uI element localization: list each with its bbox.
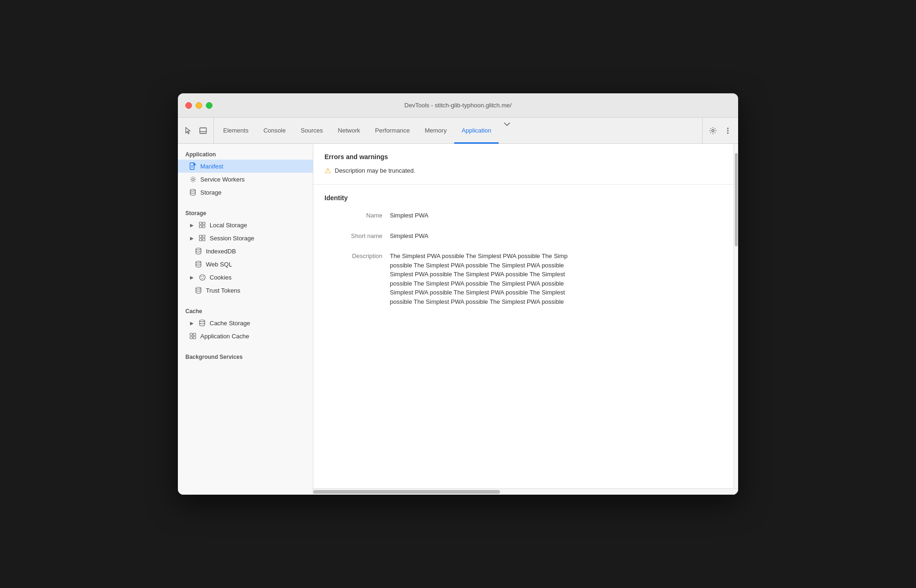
svg-point-22 bbox=[201, 276, 202, 277]
sidebar-item-manifest[interactable]: Manifest bbox=[178, 160, 313, 173]
svg-point-4 bbox=[727, 130, 729, 131]
tab-memory[interactable]: Memory bbox=[417, 118, 454, 144]
identity-title: Identity bbox=[324, 194, 722, 202]
svg-point-24 bbox=[202, 278, 203, 279]
more-tabs-icon[interactable] bbox=[500, 118, 514, 131]
warning-text: Description may be truncated. bbox=[335, 167, 416, 174]
arrow-icon-4: ▶ bbox=[189, 320, 195, 326]
tab-bar: Elements Console Sources Network Perform… bbox=[178, 118, 738, 144]
errors-section: Errors and warnings ⚠ Description may be… bbox=[313, 144, 733, 185]
svg-rect-0 bbox=[200, 128, 206, 133]
main-content: Application Manifest bbox=[178, 144, 738, 495]
tab-performance[interactable]: Performance bbox=[367, 118, 417, 144]
bottom-scrollbar-thumb bbox=[313, 490, 500, 494]
sidebar-item-cache-storage[interactable]: ▶ Cache Storage bbox=[178, 316, 313, 329]
label-name: Name bbox=[324, 211, 390, 219]
svg-rect-16 bbox=[203, 235, 205, 238]
svg-point-27 bbox=[200, 320, 205, 322]
minimize-button[interactable] bbox=[196, 102, 202, 109]
close-button[interactable] bbox=[185, 102, 192, 109]
tab-elements[interactable]: Elements bbox=[216, 118, 256, 144]
devtools-icons bbox=[182, 118, 214, 143]
db-icon-5 bbox=[198, 319, 206, 327]
identity-section: Identity Name Simplest PWA Short name Si… bbox=[313, 185, 733, 327]
svg-rect-17 bbox=[199, 238, 202, 241]
sidebar-item-session-storage[interactable]: ▶ Session Storage bbox=[178, 231, 313, 245]
svg-point-9 bbox=[192, 178, 194, 181]
panel-scrollbar[interactable] bbox=[733, 144, 738, 488]
value-name: Simplest PWA bbox=[390, 211, 722, 220]
sidebar-item-service-workers[interactable]: Service Workers bbox=[178, 173, 313, 186]
arrow-icon: ▶ bbox=[189, 235, 195, 241]
warning-row: ⚠ Description may be truncated. bbox=[324, 166, 722, 175]
sidebar-item-indexeddb[interactable]: IndexedDB bbox=[178, 245, 313, 258]
svg-point-26 bbox=[196, 287, 201, 289]
sidebar-section-application: Application bbox=[178, 147, 313, 160]
tab-application[interactable]: Application bbox=[454, 118, 499, 144]
svg-rect-30 bbox=[190, 336, 192, 339]
svg-point-21 bbox=[199, 274, 205, 280]
traffic-lights bbox=[185, 102, 212, 109]
sidebar-section-storage: Storage bbox=[178, 206, 313, 218]
window-title: DevTools - stitch-glib-typhoon.glitch.me… bbox=[404, 102, 512, 109]
dock-icon[interactable] bbox=[197, 124, 210, 137]
scrollbar-thumb bbox=[735, 153, 738, 246]
devtools-window: DevTools - stitch-glib-typhoon.glitch.me… bbox=[178, 93, 738, 495]
bottom-scrollbar[interactable] bbox=[313, 488, 738, 495]
svg-rect-12 bbox=[203, 222, 205, 224]
database-icon bbox=[189, 189, 197, 196]
warning-icon: ⚠ bbox=[324, 166, 331, 175]
title-bar: DevTools - stitch-glib-typhoon.glitch.me… bbox=[178, 93, 738, 118]
cursor-icon[interactable] bbox=[182, 124, 195, 137]
maximize-button[interactable] bbox=[206, 102, 212, 109]
gear-icon bbox=[189, 175, 197, 183]
svg-rect-31 bbox=[193, 336, 196, 339]
sidebar-item-local-storage[interactable]: ▶ Local Storage bbox=[178, 218, 313, 231]
svg-rect-14 bbox=[203, 225, 205, 228]
svg-rect-29 bbox=[193, 333, 196, 336]
identity-row-name: Name Simplest PWA bbox=[324, 211, 722, 220]
svg-rect-28 bbox=[190, 333, 192, 336]
db-icon-3 bbox=[195, 260, 202, 268]
tab-console[interactable]: Console bbox=[256, 118, 293, 144]
db-icon-2 bbox=[195, 247, 202, 255]
cookie-icon bbox=[198, 273, 206, 281]
svg-rect-15 bbox=[199, 235, 202, 238]
arrow-icon: ▶ bbox=[189, 222, 195, 228]
panel-content[interactable]: Errors and warnings ⚠ Description may be… bbox=[313, 144, 733, 488]
tab-sources[interactable]: Sources bbox=[293, 118, 331, 144]
svg-point-23 bbox=[203, 276, 204, 277]
svg-rect-18 bbox=[203, 238, 205, 241]
sidebar: Application Manifest bbox=[178, 144, 313, 495]
errors-title: Errors and warnings bbox=[324, 153, 722, 161]
label-description: Description bbox=[324, 252, 390, 259]
svg-rect-11 bbox=[199, 222, 202, 224]
svg-point-20 bbox=[196, 261, 201, 263]
sidebar-section-background: Background Services bbox=[178, 350, 313, 362]
svg-point-25 bbox=[203, 278, 204, 279]
sidebar-item-application-cache[interactable]: Application Cache bbox=[178, 329, 313, 343]
tabs: Elements Console Sources Network Perform… bbox=[216, 118, 700, 143]
sidebar-item-trust-tokens[interactable]: Trust Tokens bbox=[178, 284, 313, 297]
sidebar-item-web-sql[interactable]: Web SQL bbox=[178, 258, 313, 271]
grid-icon bbox=[198, 221, 206, 229]
svg-rect-13 bbox=[199, 225, 202, 228]
identity-row-description: Description The Simplest PWA possible Th… bbox=[324, 252, 722, 306]
tab-network[interactable]: Network bbox=[331, 118, 368, 144]
grid-icon-2 bbox=[198, 234, 206, 242]
settings-icon[interactable] bbox=[706, 124, 719, 137]
grid-icon-3 bbox=[189, 332, 197, 340]
svg-point-19 bbox=[196, 248, 201, 250]
identity-row-short-name: Short name Simplest PWA bbox=[324, 231, 722, 241]
svg-point-5 bbox=[727, 132, 729, 133]
sidebar-item-cookies[interactable]: ▶ Cookies bbox=[178, 271, 313, 284]
arrow-icon-3: ▶ bbox=[189, 274, 195, 280]
toolbar-right bbox=[702, 118, 734, 143]
file-icon bbox=[189, 162, 197, 170]
value-description: The Simplest PWA possible The Simplest P… bbox=[390, 252, 722, 306]
sidebar-section-cache: Cache bbox=[178, 304, 313, 316]
panel: Errors and warnings ⚠ Description may be… bbox=[313, 144, 738, 495]
sidebar-item-storage[interactable]: Storage bbox=[178, 186, 313, 199]
more-options-icon[interactable] bbox=[721, 124, 734, 137]
db-icon-4 bbox=[195, 287, 202, 294]
